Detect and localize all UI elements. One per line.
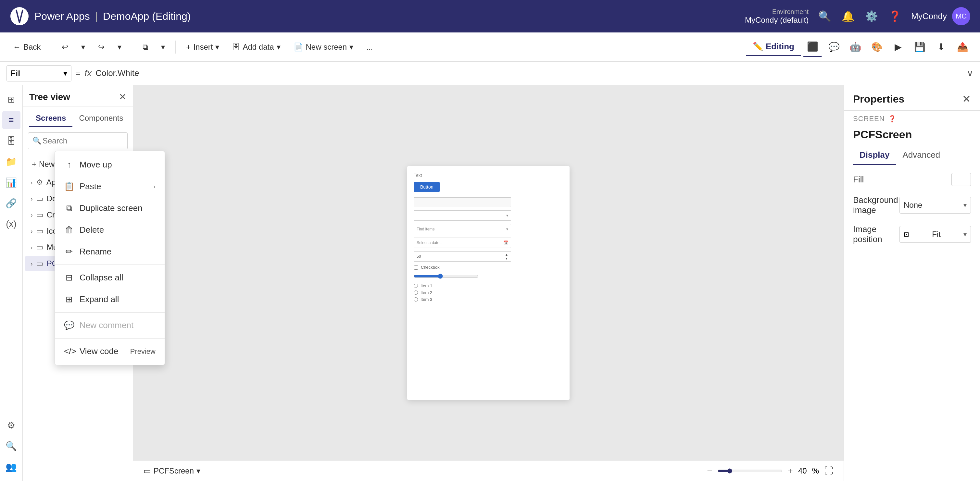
undo-icon: ↩ xyxy=(62,43,68,52)
zoom-out-button[interactable]: − xyxy=(707,466,712,476)
assistant-button[interactable]: 🤖 xyxy=(846,37,865,57)
canvas-slider[interactable] xyxy=(414,274,479,279)
ctx-delete[interactable]: 🗑 Delete xyxy=(55,219,165,241)
canvas-button[interactable]: Button xyxy=(414,182,440,192)
undo-button[interactable]: ↩ xyxy=(57,39,73,55)
zoom-in-button[interactable]: + xyxy=(788,466,793,476)
paste-arrow-icon: › xyxy=(153,183,156,190)
sidebar-item-grid[interactable]: ⊞ xyxy=(2,90,21,108)
env-name: MyCondy (default) xyxy=(745,16,808,25)
new-screen-button[interactable]: 📄 New screen ▾ xyxy=(288,39,359,55)
play-button[interactable]: ▶ xyxy=(888,37,908,57)
insert-button[interactable]: + Insert ▾ xyxy=(181,39,224,55)
formula-expand-icon[interactable]: ∨ xyxy=(967,68,974,79)
chevron-icon-2: › xyxy=(30,195,33,203)
combobox-arrow-icon: ▾ xyxy=(506,227,508,232)
screen-tag-name: PCFScreen xyxy=(154,467,194,475)
ctx-move-up-label: Move up xyxy=(80,160,156,170)
expand-all-icon: ⊞ xyxy=(64,294,74,305)
sidebar-item-users[interactable]: 👥 xyxy=(2,458,21,476)
ctx-new-comment: 💬 New comment xyxy=(55,314,165,336)
add-data-button[interactable]: 🗄 Add data ▾ xyxy=(227,39,285,55)
radio-input-1[interactable] xyxy=(414,284,418,288)
ctx-collapse-all[interactable]: ⊟ Collapse all xyxy=(55,267,165,289)
chevron-down-icon-5: ▾ xyxy=(277,43,280,52)
fit-screen-button[interactable]: ⛶ xyxy=(824,465,833,476)
props-screen-name: PCFScreen xyxy=(844,127,980,146)
save-button[interactable]: 💾 xyxy=(910,37,929,57)
sidebar-item-variables[interactable]: (x) xyxy=(2,215,21,233)
image-position-select[interactable]: ⊡ Fit ▾ xyxy=(899,226,971,243)
search-input[interactable] xyxy=(28,132,127,149)
copy-dropdown-button[interactable]: ▾ xyxy=(156,39,170,55)
ctx-view-code[interactable]: </> View code Preview xyxy=(55,340,165,362)
sidebar-item-settings[interactable]: ⚙ xyxy=(2,416,21,434)
sidebar-item-layers[interactable]: ≡ xyxy=(2,111,21,129)
bell-icon[interactable]: 🔔 xyxy=(842,10,855,22)
copy-icon: ⧉ xyxy=(143,43,148,52)
tree-tabs: Screens Components xyxy=(23,106,133,127)
tab-display[interactable]: Display xyxy=(853,146,896,165)
ctx-duplicate[interactable]: ⧉ Duplicate screen xyxy=(55,197,165,219)
publish-button[interactable]: 📤 xyxy=(953,37,972,57)
tab-advanced[interactable]: Advanced xyxy=(896,146,947,165)
property-dropdown[interactable]: Fill ▾ xyxy=(6,65,72,81)
radio-input-2[interactable] xyxy=(414,291,418,295)
add-data-label: Add data xyxy=(243,43,274,52)
context-menu: ↑ Move up 📋 Paste › ⧉ Duplicate screen 🗑… xyxy=(54,151,165,365)
redo-dropdown-button[interactable]: ▾ xyxy=(112,39,127,55)
ctx-expand-all[interactable]: ⊞ Expand all xyxy=(55,289,165,310)
toolbar-separator-3 xyxy=(175,41,176,54)
theme-button[interactable]: 🎨 xyxy=(867,37,886,57)
checkbox-input[interactable] xyxy=(414,265,418,270)
screen-tag-icon: ▭ xyxy=(143,467,151,475)
tree-view-button[interactable]: ⬛ xyxy=(803,37,822,57)
editing-button[interactable]: ✏️ Editing xyxy=(746,38,801,56)
zoom-slider[interactable] xyxy=(718,468,783,473)
help-icon[interactable]: ❓ xyxy=(888,10,901,22)
back-button[interactable]: ← Back xyxy=(8,39,46,55)
ctx-separator-1 xyxy=(55,265,165,265)
properties-panel: Properties ✕ SCREEN ❓ PCFScreen Display … xyxy=(844,85,980,481)
chevron-down-icon: ▾ xyxy=(81,43,85,52)
ctx-rename[interactable]: ✏ Rename xyxy=(55,241,165,263)
formula-input[interactable] xyxy=(95,65,963,81)
sidebar-item-media[interactable]: 📁 xyxy=(2,152,21,171)
ctx-paste[interactable]: 📋 Paste › xyxy=(55,176,165,197)
back-label: Back xyxy=(23,43,41,52)
radio-input-3[interactable] xyxy=(414,297,418,302)
sidebar-item-search[interactable]: 🔍 xyxy=(2,437,21,455)
rename-icon: ✏ xyxy=(64,247,74,257)
top-nav-right: Environment MyCondy (default) 🔍 🔔 ⚙️ ❓ M… xyxy=(745,7,970,25)
tab-screens[interactable]: Screens xyxy=(29,110,72,127)
bg-image-select[interactable]: None ▾ xyxy=(899,197,971,214)
ctx-separator-3 xyxy=(55,338,165,338)
sidebar-item-charts[interactable]: 📊 xyxy=(2,173,21,192)
sidebar-item-connections[interactable]: 🔗 xyxy=(2,194,21,212)
more-button[interactable]: ... xyxy=(361,39,378,55)
toolbar-right: ⬛ 💬 🤖 🎨 ▶ 💾 ⬇ 📤 xyxy=(803,37,972,57)
undo-dropdown-button[interactable]: ▾ xyxy=(76,39,90,55)
screen-name-tag: ▭ PCFScreen ▾ xyxy=(143,467,200,475)
expand-button[interactable]: ⬇ xyxy=(931,37,951,57)
fill-color-swatch[interactable] xyxy=(951,173,971,186)
ctx-move-up[interactable]: ↑ Move up xyxy=(55,154,165,176)
top-nav: Power Apps | DemoApp (Editing) Environme… xyxy=(0,0,980,32)
settings-icon[interactable]: ⚙️ xyxy=(865,10,878,22)
comment-button[interactable]: 💬 xyxy=(824,37,844,57)
search-nav-icon[interactable]: 🔍 xyxy=(818,10,831,22)
ctx-rename-label: Rename xyxy=(80,247,156,257)
sidebar-item-data[interactable]: 🗄 xyxy=(2,132,21,150)
props-close-button[interactable]: ✕ xyxy=(962,93,971,105)
env-label: Environment xyxy=(772,8,808,16)
duplicate-icon: ⧉ xyxy=(64,203,74,213)
move-up-icon: ↑ xyxy=(64,160,74,170)
user-area[interactable]: MyCondy MC xyxy=(911,7,970,25)
redo-button[interactable]: ↪ xyxy=(93,39,110,55)
copy-button[interactable]: ⧉ xyxy=(137,39,153,55)
tree-close-button[interactable]: ✕ xyxy=(119,92,126,102)
chevron-down-icon-4: ▾ xyxy=(215,43,219,52)
canvas-screen: Text Button ▾ Find items ▾ Select a date… xyxy=(407,166,570,400)
tab-components[interactable]: Components xyxy=(72,110,130,127)
app-subtitle: DemoApp (Editing) xyxy=(103,10,191,22)
